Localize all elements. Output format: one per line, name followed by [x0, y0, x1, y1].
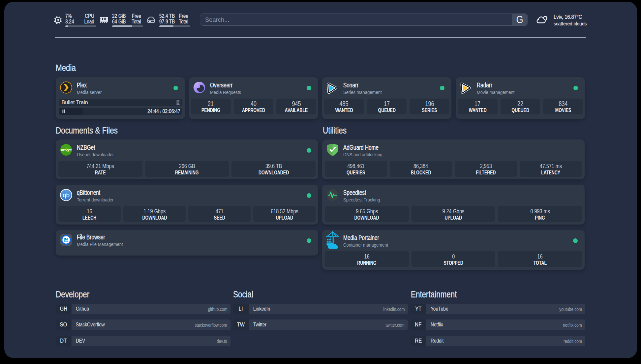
- svg-text:qb: qb: [63, 192, 70, 198]
- svg-text:nzbget: nzbget: [61, 148, 72, 152]
